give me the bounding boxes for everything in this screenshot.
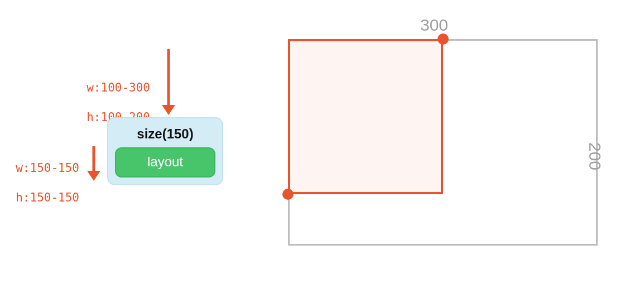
constraint-outgoing-h: h:150-150: [16, 191, 79, 204]
outer-width-label: 300: [420, 16, 448, 35]
constraint-incoming-label: w:100-300 h:100-200: [19, 66, 150, 124]
constraint-outgoing-label: w:150-150 h:150-150: [0, 146, 79, 205]
layout-child-node: layout: [115, 147, 215, 177]
arrow-down-icon: [162, 49, 175, 115]
size-modifier-node: size(150) layout: [107, 117, 223, 185]
constraint-outgoing-w: w:150-150: [16, 161, 79, 175]
constraint-inner-box: [288, 39, 443, 194]
size-node-title: size(150): [115, 126, 215, 142]
outer-height-label: 200: [585, 142, 604, 170]
arrow-down-icon: [87, 146, 100, 181]
handle-dot-icon: [438, 33, 449, 45]
constraint-incoming-w: w:100-300: [86, 81, 150, 94]
handle-dot-icon: [282, 189, 294, 200]
